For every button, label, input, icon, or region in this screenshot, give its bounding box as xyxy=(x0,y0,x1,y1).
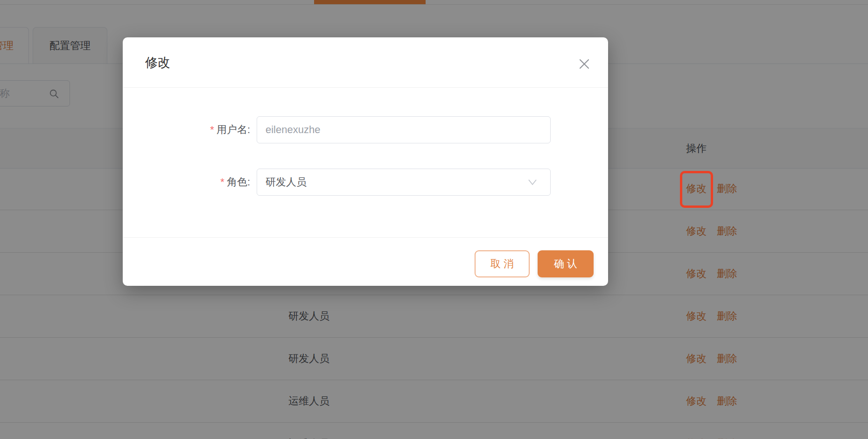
role-select-value: 研发人员 xyxy=(266,169,307,195)
chevron-down-icon xyxy=(528,179,537,185)
role-label: * 角色: xyxy=(123,169,250,196)
confirm-button[interactable]: 确 认 xyxy=(538,250,594,277)
close-icon[interactable] xyxy=(577,57,591,71)
required-asterisk: * xyxy=(210,124,214,136)
username-field[interactable] xyxy=(257,116,551,143)
dialog-footer: 取 消 确 认 xyxy=(123,237,608,286)
username-label: * 用户名: xyxy=(123,116,250,143)
role-select[interactable]: 研发人员 xyxy=(257,169,551,196)
dialog-title: 修改 xyxy=(145,37,170,88)
edit-dialog: 修改 * 用户名: * 角色: 研发人员 取 消 确 认 xyxy=(123,37,608,286)
required-asterisk: * xyxy=(220,176,224,188)
dialog-header: 修改 xyxy=(123,37,608,88)
cancel-button[interactable]: 取 消 xyxy=(475,250,530,277)
